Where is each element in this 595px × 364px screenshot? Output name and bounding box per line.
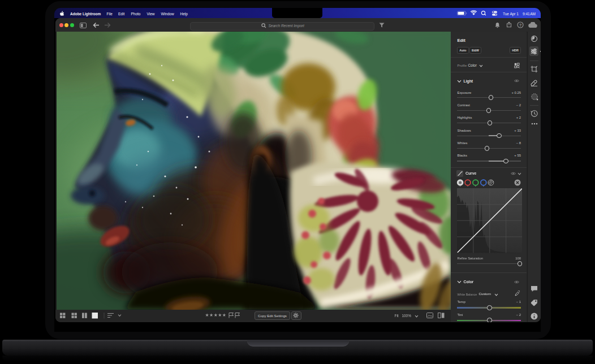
svg-text:?: ? bbox=[519, 23, 521, 28]
